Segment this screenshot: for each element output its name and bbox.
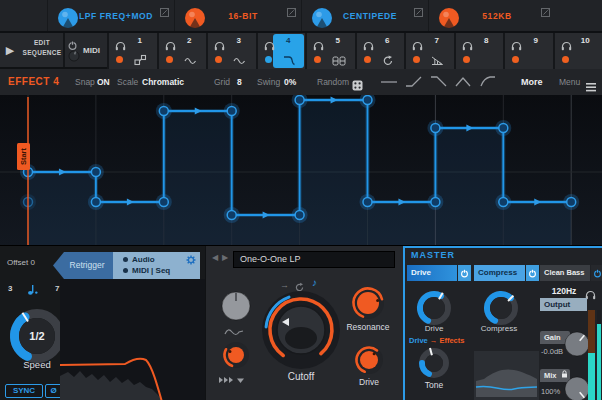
play-button[interactable]: ▶ xyxy=(0,33,20,69)
scale-label[interactable]: Scale xyxy=(117,69,138,95)
menu-button[interactable]: Menu xyxy=(559,69,580,95)
step-cell-6[interactable]: 6 xyxy=(355,33,405,69)
grid-value[interactable]: 8 xyxy=(237,69,242,95)
step-active-dot[interactable] xyxy=(314,56,321,63)
drive-power-button[interactable] xyxy=(458,265,471,281)
offset-label[interactable]: Offset 0 xyxy=(7,258,35,267)
preset-selector[interactable]: One-O-One LP xyxy=(233,251,395,268)
compress-power-button[interactable] xyxy=(526,265,539,281)
step-mode-icon[interactable] xyxy=(219,370,247,388)
tuplet-7-label[interactable]: 7 xyxy=(55,284,59,293)
midi-knob[interactable] xyxy=(67,49,81,63)
gear-icon[interactable] xyxy=(186,255,196,267)
filter-drive-label: Drive xyxy=(344,377,394,387)
hamburger-icon[interactable] xyxy=(586,78,596,96)
next-preset-icon[interactable]: ▶ xyxy=(222,253,228,262)
step-number: 8 xyxy=(472,36,502,45)
macro-slot-3[interactable]: CENTIPEDE xyxy=(301,0,428,31)
step-cell-2[interactable]: 2 xyxy=(157,33,207,69)
radio-icon[interactable] xyxy=(123,268,128,273)
compress-label: Compress xyxy=(471,324,527,333)
shape-preset-icons[interactable] xyxy=(379,75,505,93)
master-drive-knob[interactable] xyxy=(415,289,453,327)
start-marker-label: Start xyxy=(19,147,28,165)
retrigger-label[interactable]: Retrigger xyxy=(53,252,113,279)
master-section: MASTER Drive Drive Drive → Effects Tone … xyxy=(403,246,602,400)
step-active-dot[interactable] xyxy=(265,56,272,63)
compressor-display[interactable] xyxy=(474,351,539,400)
step-cell-1[interactable]: 1 xyxy=(107,33,157,69)
wave-shape-icon[interactable] xyxy=(224,322,244,340)
step-active-dot[interactable] xyxy=(562,56,569,63)
edit-icon[interactable] xyxy=(541,3,550,21)
cutoff-knob[interactable] xyxy=(258,286,344,374)
macro-label-1[interactable]: LPF FREQ+MOD xyxy=(72,0,160,33)
macro-slot-4[interactable]: 512KB xyxy=(428,0,555,31)
step-active-dot[interactable] xyxy=(215,56,222,63)
macro-label-2[interactable]: 16-BIT xyxy=(199,0,287,33)
macro-label-3[interactable]: CENTIPEDE xyxy=(326,0,414,33)
output-tab[interactable]: Output xyxy=(540,298,587,311)
filter-spectrum-display[interactable] xyxy=(60,279,205,400)
step-active-dot[interactable] xyxy=(116,56,123,63)
master-drive-header[interactable]: Drive xyxy=(407,265,457,281)
step-active-dot[interactable] xyxy=(512,56,519,63)
pattern-editor[interactable]: Start xyxy=(0,95,602,245)
midi-label[interactable]: MIDI xyxy=(83,33,100,69)
clean-bass-header[interactable]: Clean Bass xyxy=(540,265,590,281)
retrigger-banner[interactable]: Retrigger Audio MIDI | Seq xyxy=(53,252,200,279)
step-active-dot[interactable] xyxy=(166,56,173,63)
tone-knob[interactable] xyxy=(417,346,451,380)
step-number: 6 xyxy=(373,36,403,45)
edit-sequence-button[interactable]: EDIT SEQUENCE xyxy=(20,38,64,58)
filter-mod-knob[interactable] xyxy=(221,340,251,370)
gain-knob[interactable] xyxy=(563,330,591,358)
envelope-icon xyxy=(431,52,444,70)
mix-knob[interactable] xyxy=(563,375,591,400)
drive-routing[interactable]: Drive → Effects xyxy=(409,336,464,345)
dice-icon[interactable] xyxy=(352,77,363,95)
step-active-dot[interactable] xyxy=(463,56,470,63)
radio-icon[interactable] xyxy=(123,257,128,262)
random-label[interactable]: Random xyxy=(317,69,349,95)
step-cell-8[interactable]: 8 xyxy=(454,33,504,69)
compress-header[interactable]: Compress xyxy=(474,265,525,281)
step-cell-7[interactable]: 7 xyxy=(404,33,454,69)
speed-value: 1/2 xyxy=(8,307,66,365)
edit-icon[interactable] xyxy=(160,3,169,21)
crossover-freq-value[interactable]: 120Hz xyxy=(545,286,583,296)
step-cell-3[interactable]: 3 xyxy=(206,33,256,69)
tuplet-3-label[interactable]: 3 xyxy=(8,284,12,293)
step-cell-10[interactable]: 10 xyxy=(553,33,602,69)
step-cell-5[interactable]: 5 xyxy=(305,33,355,69)
step-number: 1 xyxy=(125,36,155,45)
prev-preset-icon[interactable]: ◀ xyxy=(212,253,218,262)
gain-value: -0.0dB xyxy=(541,347,563,356)
swing-label[interactable]: Swing xyxy=(257,69,280,95)
sync-button[interactable]: SYNC xyxy=(5,384,43,398)
filter-env-knob[interactable] xyxy=(220,290,252,322)
dotted-note-icon[interactable] xyxy=(27,282,39,300)
edit-icon[interactable] xyxy=(287,3,296,21)
macro-slot-1[interactable]: LPF FREQ+MOD xyxy=(47,0,174,31)
step-cell-4[interactable]: 4 xyxy=(256,33,306,69)
step-cell-9[interactable]: 9 xyxy=(503,33,553,69)
edit-icon[interactable] xyxy=(414,3,423,21)
more-button[interactable]: More xyxy=(521,69,543,95)
scale-value[interactable]: Chromatic xyxy=(142,69,184,95)
macro-slot-2[interactable]: 16-BIT xyxy=(174,0,301,31)
step-active-dot[interactable] xyxy=(364,56,371,63)
snap-value[interactable]: ON xyxy=(97,69,110,95)
compress-knob[interactable] xyxy=(482,289,520,327)
clean-bass-power-button[interactable] xyxy=(591,265,602,281)
macro-label-4[interactable]: 512KB xyxy=(453,0,541,33)
swing-value[interactable]: 0% xyxy=(284,69,296,95)
filter-drive-knob[interactable] xyxy=(353,344,385,376)
snap-label[interactable]: Snap xyxy=(75,69,95,95)
effect-title: EFFECT 4 xyxy=(8,69,59,95)
resonance-knob[interactable] xyxy=(350,285,386,321)
output-meter-right xyxy=(597,310,601,400)
step-active-dot[interactable] xyxy=(413,56,420,63)
grid-label[interactable]: Grid xyxy=(214,69,230,95)
decay-curve-icon xyxy=(283,52,296,70)
